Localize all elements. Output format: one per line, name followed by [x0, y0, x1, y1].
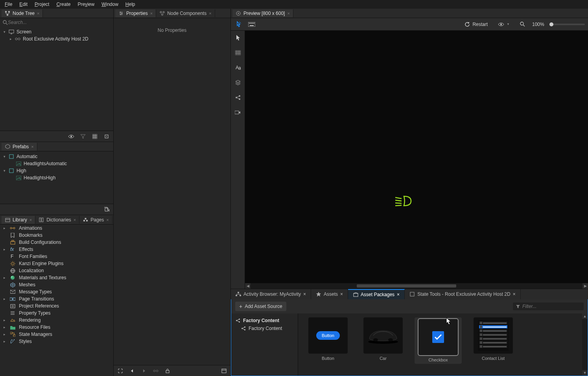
expander-icon[interactable]: ▾	[2, 169, 6, 173]
add-asset-source-button[interactable]: + Add Asset Source	[235, 302, 286, 311]
expander-icon[interactable]: ▸	[9, 37, 13, 41]
asset-card-button[interactable]: Button Button	[304, 317, 352, 361]
tab-asset-packages[interactable]: Asset Packages ×	[348, 289, 405, 299]
menu-file[interactable]: File	[2, 1, 15, 8]
expander-icon[interactable]	[2, 262, 6, 265]
scroll-down-icon[interactable]: ▼	[582, 370, 588, 376]
tab-state-tools[interactable]: State Tools - Root Exclusive Activity Ho…	[405, 289, 521, 299]
tab-dictionaries[interactable]: Dictionaries ×	[35, 216, 79, 224]
expander-icon[interactable]	[2, 311, 6, 315]
footer-tool-prev[interactable]	[128, 367, 136, 375]
close-icon[interactable]: ×	[29, 217, 32, 222]
footer-tool-lock[interactable]	[163, 367, 172, 375]
asset-card-car[interactable]: Car	[359, 317, 407, 361]
expander-icon[interactable]: ▸	[2, 332, 6, 336]
grid-toggle[interactable]	[90, 132, 99, 141]
menu-window[interactable]: Window	[98, 1, 122, 8]
tab-preview[interactable]: Preview [800 x 600] ×	[232, 9, 293, 17]
expander-icon[interactable]: ▸	[2, 318, 6, 322]
asset-tree-factory-2[interactable]: Factory Content	[234, 324, 295, 332]
library-item-styles[interactable]: ▸Styles	[0, 338, 113, 345]
footer-tool-fit[interactable]	[116, 367, 125, 375]
tab-node-tree[interactable]: Node Tree ×	[2, 9, 43, 17]
tab-library[interactable]: Library ×	[2, 216, 35, 224]
tab-node-components[interactable]: Node Components ×	[156, 9, 215, 17]
expander-icon[interactable]	[2, 269, 6, 273]
asset-tree-factory-1[interactable]: Factory Content	[234, 317, 295, 324]
library-item-effects[interactable]: ▸fxEffects	[0, 246, 113, 253]
tab-assets[interactable]: Assets ×	[311, 289, 348, 299]
restart-button[interactable]: Restart	[461, 20, 491, 29]
tab-pages[interactable]: Pages ×	[79, 216, 112, 224]
expander-icon[interactable]	[2, 304, 6, 308]
footer-tool-next[interactable]	[140, 367, 148, 375]
expander-icon[interactable]	[2, 283, 6, 287]
expander-icon[interactable]: ▸	[2, 226, 6, 230]
expander-icon[interactable]: ▸	[2, 276, 6, 280]
prefab-add-button[interactable]: +	[102, 205, 111, 214]
prefab-high[interactable]: ▾ High	[0, 167, 113, 174]
scroll-right-icon[interactable]: ▶	[582, 283, 588, 289]
layers-tool[interactable]	[233, 78, 243, 87]
library-item-message-types[interactable]: Message Types	[0, 288, 113, 295]
tab-properties[interactable]: Properties ×	[115, 9, 156, 17]
asset-filter[interactable]	[513, 302, 584, 310]
zoom-tool[interactable]	[517, 20, 528, 28]
library-item-property-types[interactable]: Property Types	[0, 310, 113, 317]
expand-toggle[interactable]	[102, 132, 111, 141]
expander-icon[interactable]: ▾	[2, 155, 6, 159]
visibility-toggle[interactable]	[67, 132, 76, 141]
interact-tool[interactable]	[234, 20, 243, 29]
close-icon[interactable]: ×	[397, 292, 400, 297]
footer-tool-expand[interactable]	[219, 367, 228, 375]
camera-tool[interactable]	[233, 108, 243, 117]
filter-input[interactable]	[522, 304, 581, 309]
expander-icon[interactable]	[2, 290, 6, 294]
keyboard-tool[interactable]	[247, 20, 256, 29]
library-item-project-references[interactable]: Project References	[0, 302, 113, 310]
expander-icon[interactable]: ▸	[2, 325, 6, 329]
zoom-slider[interactable]	[549, 24, 585, 25]
close-icon[interactable]: ×	[106, 217, 109, 222]
tree-item-root-host[interactable]: ▸ Root Exclusive Activity Host 2D	[0, 35, 113, 42]
prefab-headlights-high[interactable]: HeadlightsHigh	[0, 174, 113, 181]
menu-create[interactable]: Create	[53, 1, 74, 8]
asset-grid-vscroll[interactable]: ▲ ▼	[582, 313, 588, 376]
library-item-kanzi-engine-plugins[interactable]: Kanzi Engine Plugins	[0, 260, 113, 267]
prefab-automatic[interactable]: ▾ Automatic	[0, 153, 113, 160]
expander-icon[interactable]: ▸	[2, 297, 6, 301]
text-tool[interactable]: Aa	[233, 63, 243, 72]
expander-icon[interactable]: ▸	[2, 339, 6, 343]
close-icon[interactable]: ×	[287, 11, 289, 16]
expander-icon[interactable]	[2, 233, 6, 237]
library-item-materials-and-textures[interactable]: ▸Materials and Textures	[0, 274, 113, 281]
library-item-bookmarks[interactable]: Bookmarks	[0, 232, 113, 239]
menu-preview[interactable]: Preview	[74, 1, 98, 8]
visibility-dropdown[interactable]: ▼	[495, 20, 513, 28]
library-item-page-transitions[interactable]: ▸Page Transitions	[0, 295, 113, 302]
menu-help[interactable]: Help	[122, 1, 138, 8]
grid-tool[interactable]	[233, 48, 243, 57]
pointer-tool[interactable]	[233, 33, 243, 42]
library-item-animations[interactable]: ▸Animations	[0, 225, 113, 232]
expander-icon[interactable]	[2, 240, 6, 244]
prefab-headlights-automatic[interactable]: HeadlightsAutomatic	[0, 160, 113, 167]
preview-hscroll[interactable]: ◀ ▶	[245, 283, 588, 289]
preview-canvas[interactable]: ◀ ▶	[245, 31, 588, 289]
tab-prefabs[interactable]: Prefabs ×	[2, 143, 37, 151]
library-item-state-managers[interactable]: ▸State Managers	[0, 331, 113, 338]
menu-edit[interactable]: Edit	[16, 1, 31, 8]
library-item-meshes[interactable]: Meshes	[0, 281, 113, 288]
expander-icon[interactable]	[2, 254, 6, 258]
scroll-up-icon[interactable]: ▲	[582, 313, 588, 319]
asset-card-checkbox[interactable]: Checkbox	[415, 317, 462, 364]
close-icon[interactable]: ×	[37, 11, 39, 16]
tab-activity-browser[interactable]: Activity Browser: MyActivity ×	[231, 289, 311, 299]
footer-tool-link[interactable]	[151, 367, 160, 375]
close-icon[interactable]: ×	[303, 291, 306, 297]
scroll-left-icon[interactable]: ◀	[245, 283, 251, 289]
asset-card-contact-list[interactable]: Contact List	[470, 317, 517, 361]
close-icon[interactable]: ×	[513, 291, 516, 297]
library-item-rendering[interactable]: ▸Rendering	[0, 317, 113, 324]
library-item-font-families[interactable]: FFont Families	[0, 253, 113, 260]
